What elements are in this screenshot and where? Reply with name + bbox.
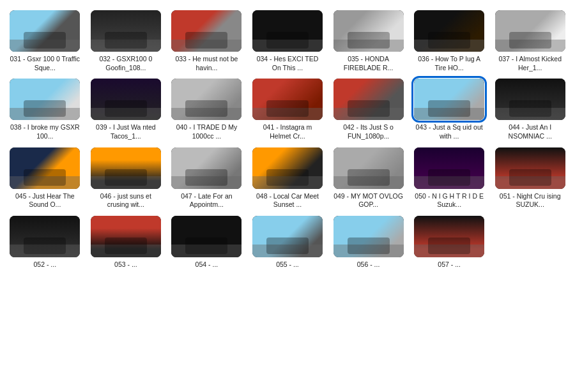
- video-item-041[interactable]: 041 - Instagra m Helmet Cr...: [250, 79, 325, 140]
- thumbnail-037[interactable]: [495, 10, 565, 52]
- thumbnail-044[interactable]: [495, 79, 565, 120]
- thumbnail-056[interactable]: [334, 216, 404, 257]
- video-item-035[interactable]: 035 - HONDA FIREBLADE R...: [331, 10, 406, 72]
- video-label-038: 038 - I broke my GSXR 100...: [10, 123, 80, 140]
- thumbnail-046[interactable]: [91, 147, 161, 189]
- thumbnail-032[interactable]: [91, 10, 161, 52]
- thumbnail-049[interactable]: [334, 147, 404, 189]
- video-item-040[interactable]: 040 - I TRADE D My 1000cc ...: [169, 79, 244, 140]
- video-label-032: 032 - GSXR100 0 Goofin_108...: [91, 55, 161, 72]
- video-label-036: 036 - How To P lug A Tire HO...: [414, 55, 484, 72]
- thumbnail-054[interactable]: [171, 216, 241, 257]
- video-label-043: 043 - Just a Sq uid out with ...: [414, 123, 484, 140]
- video-item-056[interactable]: 056 - ...: [331, 216, 406, 269]
- video-item-039[interactable]: 039 - I Just Wa nted Tacos_1...: [89, 79, 164, 140]
- thumbnail-035[interactable]: [334, 10, 404, 52]
- video-label-034: 034 - Hes EXCI TED On This ...: [252, 55, 323, 72]
- video-item-034[interactable]: 034 - Hes EXCI TED On This ...: [250, 10, 325, 72]
- video-item-044[interactable]: 044 - Just An I NSOMNIAC ...: [493, 79, 567, 140]
- thumbnail-045[interactable]: [10, 147, 80, 189]
- video-label-039: 039 - I Just Wa nted Tacos_1...: [91, 123, 161, 140]
- video-item-052[interactable]: 052 - ...: [8, 216, 82, 269]
- thumbnail-043[interactable]: [414, 79, 484, 120]
- video-item-036[interactable]: 036 - How To P lug A Tire HO...: [412, 10, 487, 72]
- video-item-043[interactable]: 043 - Just a Sq uid out with ...: [412, 79, 487, 140]
- thumbnail-039[interactable]: [91, 79, 161, 120]
- video-label-048: 048 - Local Car Meet Sunset ...: [252, 192, 323, 209]
- video-label-050: 050 - N I G H T R I D E Suzuk...: [414, 192, 484, 209]
- video-item-055[interactable]: 055 - ...: [250, 216, 325, 269]
- video-label-040: 040 - I TRADE D My 1000cc ...: [171, 123, 241, 140]
- thumbnail-055[interactable]: [252, 216, 323, 257]
- video-item-032[interactable]: 032 - GSXR100 0 Goofin_108...: [89, 10, 164, 72]
- video-label-045: 045 - Just Hear The Sound O...: [10, 192, 80, 209]
- video-item-031[interactable]: 031 - Gsxr 100 0 Traffic Sque...: [8, 10, 82, 72]
- thumbnail-036[interactable]: [414, 10, 484, 52]
- video-label-042: 042 - Its Just S o FUN_1080p...: [334, 123, 404, 140]
- video-label-053: 053 - ...: [114, 260, 137, 269]
- thumbnail-041[interactable]: [252, 79, 323, 120]
- video-item-054[interactable]: 054 - ...: [169, 216, 244, 269]
- thumbnail-040[interactable]: [171, 79, 241, 120]
- video-item-037[interactable]: 037 - I Almost Kicked Her_1...: [493, 10, 567, 72]
- video-grid: 031 - Gsxr 100 0 Traffic Sque...032 - GS…: [0, 0, 575, 279]
- thumbnail-034[interactable]: [252, 10, 323, 52]
- video-item-038[interactable]: 038 - I broke my GSXR 100...: [8, 79, 82, 140]
- video-label-047: 047 - Late For an Appointm...: [171, 192, 241, 209]
- video-label-044: 044 - Just An I NSOMNIAC ...: [495, 123, 565, 140]
- video-item-051[interactable]: 051 - Night Cru ising SUZUK...: [493, 147, 567, 209]
- video-label-057: 057 - ...: [438, 260, 461, 269]
- video-item-049[interactable]: 049 - MY MOT OVLOG GOP...: [331, 147, 406, 209]
- video-item-048[interactable]: 048 - Local Car Meet Sunset ...: [250, 147, 325, 209]
- video-item-042[interactable]: 042 - Its Just S o FUN_1080p...: [331, 79, 406, 140]
- video-label-033: 033 - He must not be havin...: [171, 55, 241, 72]
- video-label-035: 035 - HONDA FIREBLADE R...: [334, 55, 404, 72]
- thumbnail-052[interactable]: [10, 216, 80, 257]
- thumbnail-048[interactable]: [252, 147, 323, 189]
- video-label-054: 054 - ...: [195, 260, 218, 269]
- video-item-033[interactable]: 033 - He must not be havin...: [169, 10, 244, 72]
- thumbnail-047[interactable]: [171, 147, 241, 189]
- video-item-053[interactable]: 053 - ...: [89, 216, 164, 269]
- video-label-051: 051 - Night Cru ising SUZUK...: [495, 192, 565, 209]
- thumbnail-051[interactable]: [495, 147, 565, 189]
- video-item-045[interactable]: 045 - Just Hear The Sound O...: [8, 147, 82, 209]
- video-label-056: 056 - ...: [357, 260, 380, 269]
- thumbnail-033[interactable]: [171, 10, 241, 52]
- video-item-047[interactable]: 047 - Late For an Appointm...: [169, 147, 244, 209]
- video-label-055: 055 - ...: [276, 260, 299, 269]
- video-label-031: 031 - Gsxr 100 0 Traffic Sque...: [10, 55, 80, 72]
- thumbnail-053[interactable]: [91, 216, 161, 257]
- thumbnail-038[interactable]: [10, 79, 80, 120]
- video-label-049: 049 - MY MOT OVLOG GOP...: [334, 192, 404, 209]
- thumbnail-050[interactable]: [414, 147, 484, 189]
- video-label-037: 037 - I Almost Kicked Her_1...: [495, 55, 565, 72]
- video-label-041: 041 - Instagra m Helmet Cr...: [252, 123, 323, 140]
- video-item-057[interactable]: 057 - ...: [412, 216, 487, 269]
- thumbnail-057[interactable]: [414, 216, 484, 257]
- video-label-046: 046 - just suns et crusing wit...: [91, 192, 161, 209]
- thumbnail-042[interactable]: [334, 79, 404, 120]
- video-label-052: 052 - ...: [33, 260, 56, 269]
- thumbnail-031[interactable]: [10, 10, 80, 52]
- video-item-046[interactable]: 046 - just suns et crusing wit...: [89, 147, 164, 209]
- video-item-050[interactable]: 050 - N I G H T R I D E Suzuk...: [412, 147, 487, 209]
